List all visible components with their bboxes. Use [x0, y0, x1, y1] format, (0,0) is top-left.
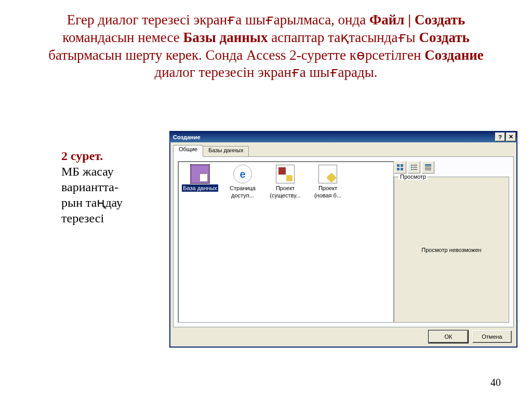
headline-text: Егер диалог терезесі экранға шығарылмаса… — [67, 12, 369, 28]
svg-rect-0 — [397, 164, 400, 167]
close-button[interactable]: ✕ — [506, 132, 516, 141]
database-icon — [191, 165, 209, 183]
template-item-database[interactable]: База данных — [180, 164, 220, 199]
template-item-label: Проект (новая б... — [313, 184, 342, 199]
help-button[interactable]: ? — [495, 132, 505, 141]
svg-rect-9 — [413, 169, 417, 170]
headline-text: аспаптар тақтасындағы — [268, 30, 419, 45]
svg-rect-13 — [425, 169, 431, 170]
svg-rect-2 — [397, 168, 400, 170]
dialog-titlebar[interactable]: Создание ? ✕ — [170, 131, 517, 142]
large-icons-icon — [396, 164, 404, 171]
details-icon — [424, 164, 432, 171]
ok-button[interactable]: ОК — [429, 330, 468, 343]
svg-rect-8 — [411, 169, 413, 170]
headline-text: командасын немесе — [62, 30, 183, 45]
template-item-data-access-page[interactable]: Страница доступ... — [223, 164, 262, 199]
dialog-title: Создание — [171, 134, 494, 140]
headline-bold-1: Файл | Создать — [369, 12, 465, 28]
svg-rect-10 — [425, 164, 431, 166]
dialog-body: Общие Базы данных База данных Страница д… — [173, 146, 514, 327]
svg-rect-11 — [425, 166, 431, 167]
view-large-icons-button[interactable] — [394, 161, 406, 174]
headline-bold-4: Создание — [424, 47, 484, 63]
figure-caption: 2 сурет. МБ жасау вариантта- рын таңдау … — [61, 148, 155, 226]
svg-rect-12 — [425, 168, 431, 169]
svg-rect-6 — [411, 167, 413, 168]
page-number: 40 — [490, 377, 501, 389]
project-new-icon — [318, 165, 337, 183]
template-list[interactable]: База данных Страница доступ... Проект (с… — [178, 161, 394, 323]
template-item-label: База данных — [182, 184, 218, 192]
view-list-button[interactable] — [408, 161, 420, 174]
headline-bold-3: Создать — [419, 30, 469, 45]
dialog-button-row: ОК Отмена — [429, 330, 512, 343]
view-mode-buttons — [394, 161, 509, 174]
template-icons-row: База данных Страница доступ... Проект (с… — [180, 164, 391, 199]
svg-rect-7 — [413, 167, 417, 168]
dialog-right-column: Просмотр Просмотр невозможен — [394, 161, 509, 323]
slide-headline: Егер диалог терезесі экранға шығарылмаса… — [36, 11, 496, 82]
template-item-project-existing[interactable]: Проект (существу... — [265, 164, 305, 199]
headline-text: диалог терезесін экранға шығарады. — [154, 64, 377, 80]
template-item-project-new[interactable]: Проект (новая б... — [308, 164, 348, 199]
template-item-label: Проект (существу... — [269, 184, 301, 199]
create-dialog: Создание ? ✕ Общие Базы данных База данн… — [169, 131, 517, 348]
headline-bold-2: Базы данных — [183, 30, 268, 45]
tab-page-general: База данных Страница доступ... Проект (с… — [173, 156, 514, 327]
headline-text: батырмасын шерту керек. Сонда Access 2-с… — [48, 47, 424, 63]
template-item-label: Страница доступ... — [229, 184, 257, 199]
ie-page-icon — [233, 165, 252, 183]
preview-groupbox: Просмотр Просмотр невозможен — [394, 177, 509, 323]
figure-caption-text: МБ жасау вариантта- рын таңдау терезесі — [61, 165, 123, 225]
tab-strip: Общие Базы данных — [173, 146, 514, 156]
project-existing-icon — [276, 165, 295, 183]
svg-rect-3 — [401, 168, 403, 170]
preview-unavailable-message: Просмотр невозможен — [394, 177, 509, 322]
tab-databases[interactable]: Базы данных — [203, 146, 249, 156]
cancel-button[interactable]: Отмена — [472, 330, 512, 343]
view-details-button[interactable] — [422, 161, 434, 174]
figure-caption-number: 2 сурет. — [61, 149, 103, 163]
tab-general[interactable]: Общие — [173, 145, 203, 157]
svg-rect-5 — [413, 165, 417, 166]
list-icon — [410, 164, 418, 171]
svg-rect-4 — [411, 165, 413, 166]
svg-rect-1 — [401, 164, 403, 167]
